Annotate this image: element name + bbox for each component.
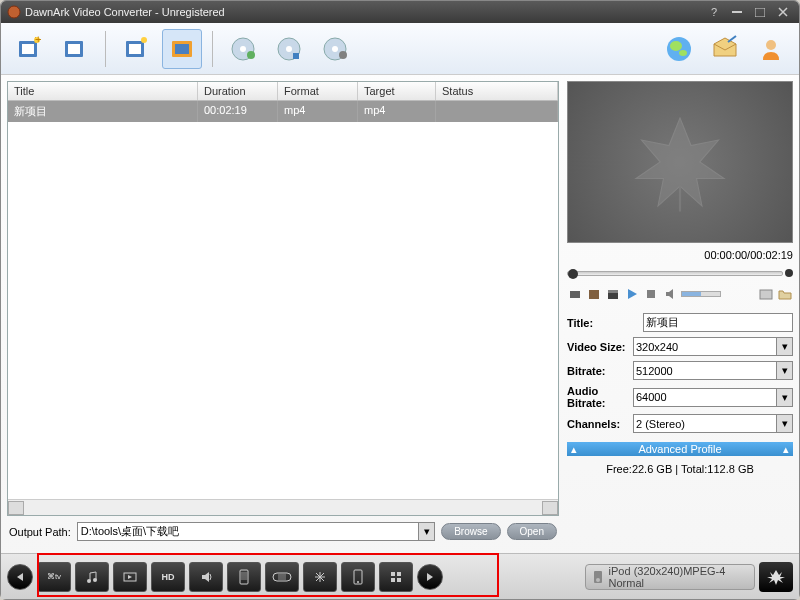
mail-button[interactable] (705, 29, 745, 69)
device-phone-2[interactable] (341, 562, 375, 592)
svg-point-19 (286, 46, 292, 52)
svg-rect-14 (175, 44, 189, 54)
device-apple-tv[interactable]: ⌘tv (37, 562, 71, 592)
channels-select[interactable] (633, 414, 777, 433)
svg-point-36 (93, 578, 97, 582)
svg-rect-47 (397, 578, 401, 582)
disc-3-button[interactable] (315, 29, 355, 69)
control-1[interactable] (567, 286, 583, 302)
device-video[interactable] (113, 562, 147, 592)
table-row[interactable]: 新项目 00:02:19 mp4 mp4 (8, 101, 558, 122)
minimize-button[interactable] (727, 5, 747, 19)
bitrate-dd[interactable]: ▾ (777, 361, 793, 380)
preview-pane (567, 81, 793, 243)
svg-rect-45 (397, 572, 401, 576)
device-windows[interactable] (379, 562, 413, 592)
crop-button[interactable] (162, 29, 202, 69)
bitrate-label: Bitrate: (567, 365, 633, 377)
app-icon (7, 5, 21, 19)
device-settings[interactable] (303, 562, 337, 592)
scroll-left[interactable] (8, 501, 24, 515)
svg-point-0 (8, 6, 20, 18)
help-button[interactable]: ? (704, 5, 724, 19)
title-label: Title: (567, 317, 643, 329)
col-format[interactable]: Format (278, 82, 358, 100)
open-button[interactable]: Open (507, 523, 557, 540)
scroll-right[interactable] (542, 501, 558, 515)
col-target[interactable]: Target (358, 82, 436, 100)
close-button[interactable] (773, 5, 793, 19)
table-header: Title Duration Format Target Status (8, 82, 558, 101)
device-next-button[interactable] (417, 564, 443, 590)
playback-controls (567, 283, 793, 305)
volume-slider[interactable] (681, 291, 721, 297)
device-prev-button[interactable] (7, 564, 33, 590)
window-title: DawnArk Video Converter - Unregistered (25, 6, 701, 18)
bitrate-select[interactable] (633, 361, 777, 380)
svg-point-16 (240, 46, 246, 52)
svg-rect-2 (732, 11, 742, 13)
videosize-dd[interactable]: ▾ (777, 337, 793, 356)
svg-rect-3 (755, 8, 765, 17)
videosize-label: Video Size: (567, 341, 633, 353)
col-status[interactable]: Status (436, 82, 558, 100)
timeline-playhead[interactable] (568, 269, 578, 279)
svg-text:+: + (35, 35, 41, 45)
play-button[interactable] (624, 286, 640, 302)
svg-point-25 (670, 41, 682, 51)
svg-point-22 (332, 46, 338, 52)
control-2[interactable] (586, 286, 602, 302)
browse-button[interactable]: Browse (441, 523, 500, 540)
user-button[interactable] (751, 29, 791, 69)
device-hd[interactable]: HD (151, 562, 185, 592)
cell-format: mp4 (278, 101, 358, 122)
titlebar: DawnArk Video Converter - Unregistered ? (1, 1, 799, 23)
snapshot-button[interactable] (758, 286, 774, 302)
svg-point-23 (339, 51, 347, 59)
title-input[interactable] (643, 313, 793, 332)
timeline[interactable] (567, 267, 793, 279)
col-title[interactable]: Title (8, 82, 198, 100)
svg-rect-5 (22, 44, 34, 54)
output-path-dropdown[interactable]: ▾ (418, 523, 434, 540)
advanced-label: Advanced Profile (638, 443, 721, 455)
toolbar-separator (105, 31, 106, 67)
svg-rect-29 (570, 291, 580, 298)
control-clapper[interactable] (605, 286, 621, 302)
disc-1-button[interactable] (223, 29, 263, 69)
cell-status (436, 101, 558, 122)
col-duration[interactable]: Duration (198, 82, 278, 100)
output-path-input[interactable] (78, 523, 418, 540)
format-label: iPod (320x240)MPEG-4 Normal (609, 565, 748, 589)
advanced-profile-bar[interactable]: ▴Advanced Profile▴ (567, 442, 793, 456)
edit-button[interactable] (116, 29, 156, 69)
format-display[interactable]: iPod (320x240)MPEG-4 Normal (585, 564, 755, 590)
folder-button[interactable] (777, 286, 793, 302)
device-audio[interactable] (189, 562, 223, 592)
convert-button[interactable] (759, 562, 793, 592)
device-music[interactable] (75, 562, 109, 592)
videosize-select[interactable] (633, 337, 777, 356)
stop-button[interactable] (643, 286, 659, 302)
svg-rect-9 (68, 44, 80, 54)
horizontal-scrollbar[interactable] (8, 499, 558, 515)
device-psp[interactable] (265, 562, 299, 592)
audiobitrate-select[interactable] (633, 388, 777, 407)
device-phone-1[interactable] (227, 562, 261, 592)
audiobitrate-dd[interactable]: ▾ (777, 388, 793, 407)
channels-dd[interactable]: ▾ (777, 414, 793, 433)
add-folder-button[interactable] (55, 29, 95, 69)
add-file-button[interactable]: + (9, 29, 49, 69)
svg-rect-20 (293, 53, 299, 59)
toolbar: + (1, 23, 799, 75)
svg-rect-46 (391, 578, 395, 582)
volume-icon[interactable] (662, 286, 678, 302)
svg-rect-11 (129, 44, 141, 54)
globe-button[interactable] (659, 29, 699, 69)
disc-2-button[interactable] (269, 29, 309, 69)
disk-info: Free:22.6 GB | Total:112.8 GB (567, 460, 793, 478)
svg-rect-33 (647, 290, 655, 298)
svg-point-43 (357, 581, 359, 583)
timeline-end-marker[interactable] (785, 269, 793, 277)
maximize-button[interactable] (750, 5, 770, 19)
